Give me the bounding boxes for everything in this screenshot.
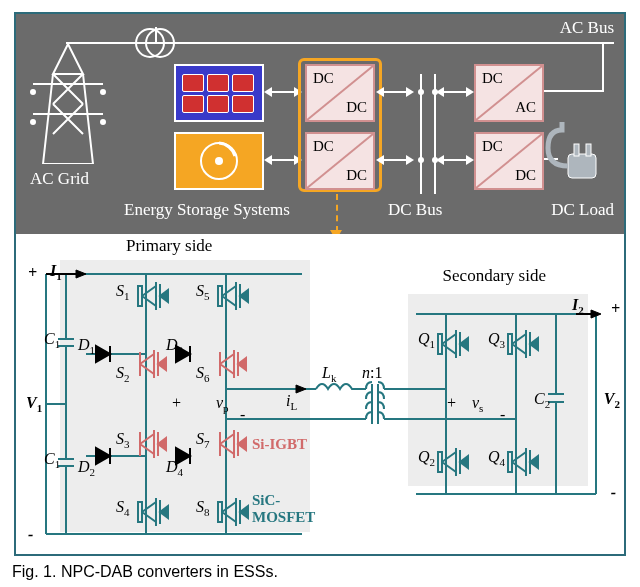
bidir-arrow-icon: [264, 150, 302, 170]
svg-marker-27: [436, 87, 444, 97]
d4-label: D4: [166, 458, 183, 478]
svg-rect-44: [508, 452, 512, 472]
dc-load-label: DC Load: [551, 200, 614, 220]
svg-marker-45: [76, 270, 86, 278]
svg-point-7: [215, 157, 223, 165]
d2-label: D2: [78, 458, 95, 478]
dc-label: DC: [346, 99, 367, 116]
schematic-svg: [16, 234, 624, 554]
ac-bus-label: AC Bus: [560, 18, 614, 38]
bidir-arrow-icon: [436, 150, 474, 170]
dcdc-block-3: DC DC: [474, 132, 544, 190]
plus-sign: +: [446, 394, 457, 412]
bidir-arrow-icon: [436, 82, 474, 102]
q4-label: Q4: [488, 448, 505, 468]
svg-rect-41: [438, 334, 442, 354]
svg-point-2: [31, 120, 35, 124]
d3-label: D3: [166, 336, 183, 356]
svg-rect-36: [586, 144, 591, 156]
ac-label: AC: [515, 99, 536, 116]
wire: [110, 42, 134, 44]
d1-label: D1: [78, 336, 95, 356]
minus-sign: -: [611, 484, 616, 502]
svg-marker-28: [466, 87, 474, 97]
minus-sign: -: [500, 406, 505, 424]
wire: [155, 27, 157, 42]
i2-label: I2: [572, 296, 584, 316]
plus-sign: +: [171, 394, 182, 412]
ess-label: Energy Storage Systems: [124, 200, 290, 220]
si-igbt-legend: Si-IGBT: [252, 436, 307, 453]
svg-rect-42: [508, 334, 512, 354]
plus-sign: +: [611, 300, 620, 318]
s5-label: S5: [196, 282, 210, 302]
wire: [544, 90, 604, 92]
s6-label: S6: [196, 364, 210, 384]
bidir-arrow-icon: [376, 82, 414, 102]
bidir-arrow-icon: [264, 82, 302, 102]
svg-rect-35: [574, 144, 579, 156]
dc-load-plug-icon: [542, 118, 610, 186]
s8-label: S8: [196, 498, 210, 518]
ac-grid-label: AC Grid: [30, 169, 89, 189]
transmission-tower-icon: [28, 44, 108, 164]
dc-ac-block: DC AC: [474, 64, 544, 122]
dc-label: DC: [515, 167, 536, 184]
battery-storage-icon: [174, 64, 264, 122]
turns-ratio-label: n:1: [362, 364, 382, 382]
figure-caption: Fig. 1. NPC-DAB converters in ESSs.: [12, 563, 278, 581]
svg-point-22: [418, 89, 424, 95]
s1-label: S1: [116, 282, 130, 302]
minus-sign: -: [28, 526, 33, 544]
dcdc-block-1: DC DC: [305, 64, 375, 122]
v1-label: V1: [26, 394, 42, 414]
dc-label: DC: [482, 138, 503, 155]
s3-label: S3: [116, 430, 130, 450]
sic-mosfet-legend: SiC-MOSFET: [252, 492, 315, 525]
s2-label: S2: [116, 364, 130, 384]
s4-label: S4: [116, 498, 130, 518]
dc-label: DC: [313, 70, 334, 87]
circuit-diagram-panel: Primary side Secondary side: [16, 234, 624, 554]
callout-line: [336, 194, 338, 232]
minus-sign: -: [240, 406, 245, 424]
svg-point-0: [31, 90, 35, 94]
svg-rect-40: [218, 502, 222, 522]
q1-label: Q1: [418, 330, 435, 350]
svg-marker-18: [406, 87, 414, 97]
il-label: iL: [286, 392, 297, 412]
q3-label: Q3: [488, 330, 505, 350]
system-diagram-panel: AC Bus AC Grid: [16, 14, 624, 234]
svg-rect-43: [438, 452, 442, 472]
svg-marker-20: [376, 155, 384, 165]
c2-label: C2: [534, 390, 550, 410]
v2-label: V2: [604, 390, 620, 410]
svg-point-1: [101, 90, 105, 94]
svg-marker-17: [376, 87, 384, 97]
flywheel-storage-icon: [174, 132, 264, 190]
vp-label: vp: [216, 394, 229, 414]
bidir-arrow-icon: [376, 150, 414, 170]
svg-rect-39: [218, 286, 222, 306]
svg-point-24: [418, 157, 424, 163]
q2-label: Q2: [418, 448, 435, 468]
plus-sign: +: [28, 264, 37, 282]
wire: [602, 42, 604, 92]
svg-rect-38: [138, 502, 142, 522]
dc-bus-label: DC Bus: [388, 200, 442, 220]
svg-marker-31: [466, 155, 474, 165]
dc-label: DC: [313, 138, 334, 155]
svg-marker-30: [436, 155, 444, 165]
c1b-label: C1: [44, 450, 60, 470]
dc-label: DC: [346, 167, 367, 184]
svg-rect-37: [138, 286, 142, 306]
i1-label: I1: [50, 262, 62, 282]
dc-label: DC: [482, 70, 503, 87]
vs-label: vs: [472, 394, 483, 414]
svg-marker-9: [264, 87, 272, 97]
c1-label: C1: [44, 330, 60, 350]
svg-point-3: [101, 120, 105, 124]
svg-rect-34: [568, 154, 596, 178]
lk-label: Lk: [322, 364, 336, 384]
s7-label: S7: [196, 430, 210, 450]
